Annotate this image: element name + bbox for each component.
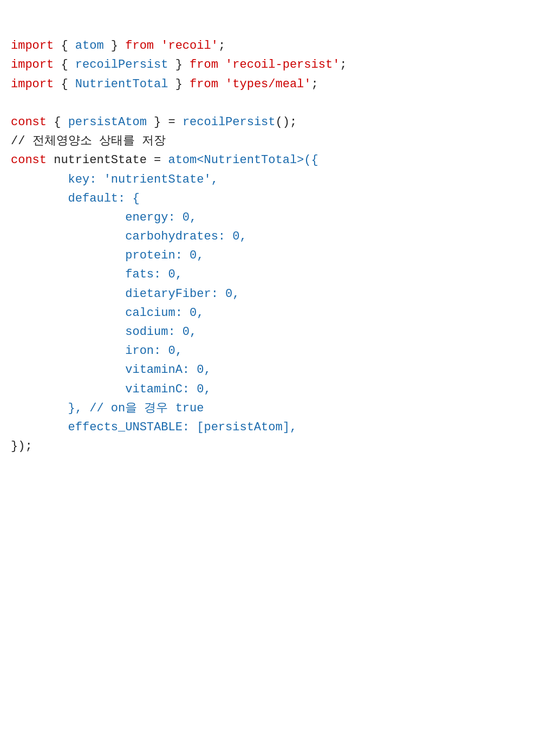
code-token: 'recoil-persist': [225, 58, 340, 72]
code-line: effects_UNSTABLE: [persistAtom],: [11, 418, 549, 437]
code-token: ;: [340, 58, 347, 72]
code-token: }: [104, 39, 126, 53]
code-token: [218, 78, 225, 91]
code-token: effects_UNSTABLE: [persistAtom],: [11, 421, 297, 434]
code-token: }, // on을 경우 true: [11, 402, 204, 415]
code-token: }: [168, 58, 190, 72]
code-token: {: [54, 78, 75, 91]
code-token: const: [11, 115, 47, 129]
code-token: import: [11, 58, 54, 72]
code-line: [11, 94, 549, 113]
code-token: // 전체영양소 상태를 저장: [11, 134, 166, 148]
code-token: NutrientTotal: [75, 78, 168, 91]
code-token: protein: 0,: [11, 249, 204, 262]
code-token: {: [54, 39, 75, 53]
code-line: // 전체영양소 상태를 저장: [11, 132, 549, 151]
code-token: ;: [218, 39, 225, 53]
code-token: ,: [211, 173, 218, 186]
code-token: {: [47, 115, 68, 129]
code-token: sodium: 0,: [11, 325, 197, 339]
code-line: const { persistAtom } = recoilPersist();: [11, 113, 549, 132]
code-token: ;: [311, 78, 318, 91]
code-token: {: [54, 58, 75, 72]
code-token: from: [125, 39, 154, 53]
code-line: import { recoilPersist } from 'recoil-pe…: [11, 55, 549, 74]
code-token: persistAtom: [68, 115, 147, 129]
code-token: from: [190, 78, 218, 91]
code-line: iron: 0,: [11, 341, 549, 360]
code-line: default: {: [11, 189, 549, 208]
code-line: const nutrientState = atom<NutrientTotal…: [11, 151, 549, 170]
code-token: const: [11, 153, 47, 167]
code-token: recoilPersist: [75, 58, 168, 72]
code-token: carbohydrates: 0,: [11, 230, 247, 243]
code-line: protein: 0,: [11, 246, 549, 265]
code-token: 'recoil': [161, 39, 218, 53]
code-token: <NutrientTotal>({: [197, 153, 318, 167]
code-line: import { atom } from 'recoil';: [11, 36, 549, 55]
code-line: }, // on을 경우 true: [11, 399, 549, 418]
code-token: default: {: [11, 192, 140, 205]
code-token: vitaminC: 0,: [11, 383, 211, 396]
code-token: from: [190, 58, 218, 72]
code-token: energy: 0,: [11, 211, 197, 224]
code-line: calcium: 0,: [11, 304, 549, 322]
code-line: vitaminA: 0,: [11, 360, 549, 379]
code-token: nutrientState =: [47, 153, 168, 167]
code-line: vitaminC: 0,: [11, 380, 549, 399]
code-line: import { NutrientTotal } from 'types/mea…: [11, 75, 549, 94]
code-line: fats: 0,: [11, 265, 549, 284]
code-token: import: [11, 39, 54, 53]
code-token: ();: [276, 115, 297, 129]
code-token: [154, 39, 161, 53]
code-token: 'nutrientState': [104, 173, 211, 186]
code-token: atom: [168, 153, 197, 167]
code-line: sodium: 0,: [11, 322, 549, 341]
code-line: key: 'nutrientState',: [11, 170, 549, 189]
code-token: dietaryFiber: 0,: [11, 287, 239, 301]
code-token: calcium: 0,: [11, 306, 204, 320]
code-token: key:: [11, 173, 104, 186]
code-token: fats: 0,: [11, 268, 183, 281]
code-line: carbohydrates: 0,: [11, 227, 549, 246]
code-editor: import { atom } from 'recoil';import { r…: [11, 17, 549, 456]
code-token: } =: [147, 115, 183, 129]
code-token: });: [11, 440, 32, 453]
code-token: atom: [75, 39, 104, 53]
code-token: [218, 58, 225, 72]
code-token: 'types/meal': [225, 78, 311, 91]
code-token: }: [168, 78, 190, 91]
code-token: vitaminA: 0,: [11, 363, 211, 377]
code-line: energy: 0,: [11, 208, 549, 227]
code-token: iron: 0,: [11, 344, 183, 358]
code-token: import: [11, 78, 54, 91]
code-line: });: [11, 437, 549, 456]
code-token: recoilPersist: [183, 115, 276, 129]
code-line: dietaryFiber: 0,: [11, 285, 549, 304]
